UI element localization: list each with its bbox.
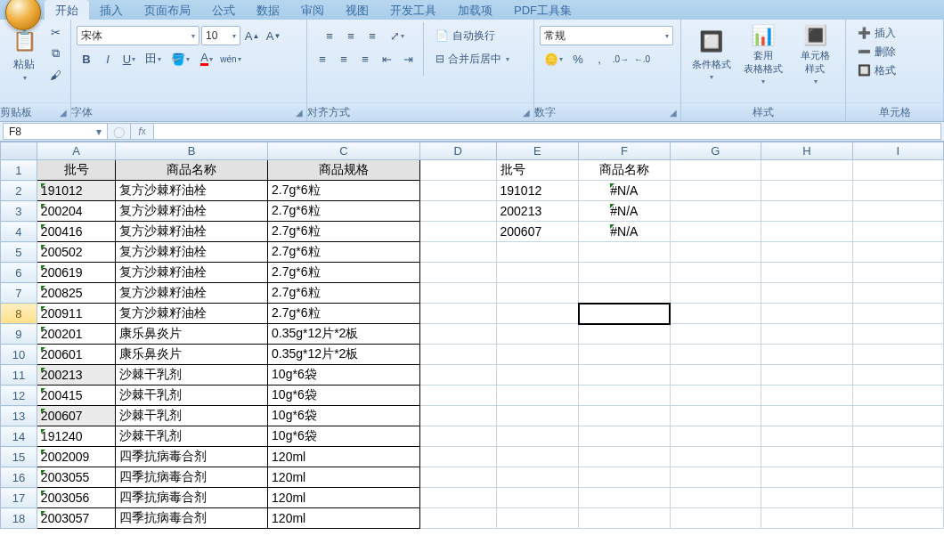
cell-D10[interactable] <box>419 345 496 365</box>
cell-I2[interactable] <box>852 181 943 201</box>
cell-E5[interactable] <box>496 242 579 263</box>
delete-cells-button[interactable]: ➖删除 <box>851 43 902 61</box>
col-header-F[interactable]: F <box>579 142 671 160</box>
cell-I6[interactable] <box>852 263 943 283</box>
cell-H9[interactable] <box>761 324 853 345</box>
cell-H3[interactable] <box>761 201 853 222</box>
cell-I11[interactable] <box>852 365 943 386</box>
percent-button[interactable]: % <box>568 49 588 69</box>
format-painter-button[interactable]: 🖌 <box>45 65 65 85</box>
font-color-button[interactable]: A▾ <box>194 49 219 69</box>
cell-F5[interactable] <box>579 242 671 263</box>
cell-E7[interactable] <box>496 283 579 304</box>
cell-A18[interactable]: 2003057 <box>37 508 115 529</box>
cell-H16[interactable] <box>761 467 853 488</box>
cell-F12[interactable] <box>579 386 671 406</box>
cell-A6[interactable]: 200619 <box>37 263 115 283</box>
cell-G6[interactable] <box>670 263 761 283</box>
spreadsheet-grid[interactable]: ABCDEFGHI1批号商品名称商品规格批号商品名称2191012复方沙棘籽油栓… <box>0 142 944 560</box>
cell-C9[interactable]: 0.35g*12片*2板 <box>268 324 420 345</box>
cell-A5[interactable]: 200502 <box>37 242 115 263</box>
cell-A11[interactable]: 200213 <box>37 365 115 386</box>
cell-C6[interactable]: 2.7g*6粒 <box>268 263 420 283</box>
align-center-button[interactable]: ≡ <box>334 49 354 69</box>
cell-H8[interactable] <box>761 304 853 324</box>
col-header-I[interactable]: I <box>852 142 943 160</box>
cell-B3[interactable]: 复方沙棘籽油栓 <box>116 201 268 222</box>
cell-I5[interactable] <box>852 242 943 263</box>
row-header-15[interactable]: 15 <box>1 447 37 467</box>
cell-C17[interactable]: 120ml <box>268 488 420 508</box>
dialog-launcher-icon[interactable]: ◢ <box>670 108 680 118</box>
cell-A16[interactable]: 2003055 <box>37 467 115 488</box>
cell-I3[interactable] <box>852 201 943 222</box>
cell-F14[interactable] <box>579 426 671 447</box>
cell-A15[interactable]: 2002009 <box>37 447 115 467</box>
merge-center-button[interactable]: ⊟合并后居中▾ <box>429 49 516 69</box>
row-header-13[interactable]: 13 <box>1 406 37 426</box>
cell-B5[interactable]: 复方沙棘籽油栓 <box>116 242 268 263</box>
col-header-E[interactable]: E <box>496 142 579 160</box>
cell-C11[interactable]: 10g*6袋 <box>268 365 420 386</box>
cell-F2[interactable]: #N/A <box>579 181 671 201</box>
cell-C18[interactable]: 120ml <box>268 508 420 529</box>
cell-B18[interactable]: 四季抗病毒合剂 <box>116 508 268 529</box>
underline-button[interactable]: U▾ <box>119 49 139 69</box>
cell-G2[interactable] <box>670 181 761 201</box>
col-header-D[interactable]: D <box>419 142 496 160</box>
fx-button[interactable]: fx <box>131 123 154 140</box>
tab-5[interactable]: 审阅 <box>290 0 335 20</box>
cell-C10[interactable]: 0.35g*12片*2板 <box>268 345 420 365</box>
cell-C13[interactable]: 10g*6袋 <box>268 406 420 426</box>
tab-9[interactable]: PDF工具集 <box>503 0 582 20</box>
cell-E11[interactable] <box>496 365 579 386</box>
tab-0[interactable]: 开始 <box>45 0 89 20</box>
cell-I15[interactable] <box>852 447 943 467</box>
cell-I17[interactable] <box>852 488 943 508</box>
cell-F4[interactable]: #N/A <box>579 222 671 242</box>
cell-A17[interactable]: 2003056 <box>37 488 115 508</box>
tab-4[interactable]: 数据 <box>246 0 290 20</box>
tab-2[interactable]: 页面布局 <box>134 0 201 20</box>
cell-I1[interactable] <box>852 160 943 181</box>
decrease-decimal-button[interactable]: ←.0 <box>632 49 652 69</box>
cell-C12[interactable]: 10g*6袋 <box>268 386 420 406</box>
cell-D7[interactable] <box>419 283 496 304</box>
insert-cells-button[interactable]: ➕插入 <box>851 24 902 42</box>
cell-G3[interactable] <box>670 201 761 222</box>
format-cells-button[interactable]: 🔲格式 <box>851 61 902 79</box>
col-header-G[interactable]: G <box>670 142 761 160</box>
cell-E14[interactable] <box>496 426 579 447</box>
increase-decimal-button[interactable]: .0→ <box>611 49 631 69</box>
cell-B13[interactable]: 沙棘干乳剂 <box>116 406 268 426</box>
cell-E13[interactable] <box>496 406 579 426</box>
cell-D3[interactable] <box>419 201 496 222</box>
format-table-button[interactable]: 📊套用 表格格式▾ <box>738 22 787 86</box>
italic-button[interactable]: I <box>98 49 118 69</box>
cell-H7[interactable] <box>761 283 853 304</box>
cell-F17[interactable] <box>579 488 671 508</box>
cell-F13[interactable] <box>579 406 671 426</box>
formula-input[interactable] <box>154 123 941 140</box>
cell-G11[interactable] <box>670 365 761 386</box>
align-left-button[interactable]: ≡ <box>313 49 332 69</box>
col-header-A[interactable]: A <box>37 142 115 160</box>
cell-G17[interactable] <box>670 488 761 508</box>
cell-D4[interactable] <box>419 222 496 242</box>
cell-I8[interactable] <box>852 304 943 324</box>
cell-E15[interactable] <box>496 447 579 467</box>
decrease-font-button[interactable]: A▼ <box>264 26 283 45</box>
increase-font-button[interactable]: A▲ <box>242 26 262 45</box>
row-header-2[interactable]: 2 <box>1 181 37 201</box>
cell-C3[interactable]: 2.7g*6粒 <box>268 201 420 222</box>
cell-G14[interactable] <box>670 426 761 447</box>
cell-F7[interactable] <box>579 283 671 304</box>
copy-button[interactable]: ⧉ <box>45 44 65 63</box>
cell-D2[interactable] <box>419 181 496 201</box>
cell-A2[interactable]: 191012 <box>37 181 115 201</box>
row-header-6[interactable]: 6 <box>1 263 37 283</box>
dialog-launcher-icon[interactable]: ◢ <box>60 108 70 118</box>
cell-C7[interactable]: 2.7g*6粒 <box>268 283 420 304</box>
cell-B11[interactable]: 沙棘干乳剂 <box>116 365 268 386</box>
cell-B1[interactable]: 商品名称 <box>116 160 268 181</box>
